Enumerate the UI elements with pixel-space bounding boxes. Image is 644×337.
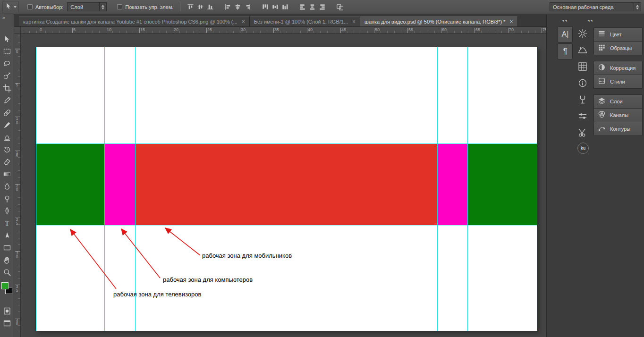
vertical-ruler[interactable]: 051 01 52 02 53 03 54 0 (14, 34, 21, 337)
pen-tool[interactable] (0, 205, 14, 217)
eyedropper-tool[interactable] (0, 94, 14, 107)
zoom-tool[interactable] (0, 266, 14, 278)
eraser-tool[interactable] (0, 156, 14, 168)
quick-mask-button[interactable] (0, 305, 14, 317)
tab-close-icon[interactable]: × (510, 19, 513, 25)
history-brush-tool[interactable] (0, 143, 14, 156)
guide-vertical[interactable] (135, 47, 136, 331)
fork-icon[interactable] (576, 93, 590, 106)
lasso-tool[interactable] (0, 58, 14, 70)
hill-icon[interactable] (576, 43, 590, 56)
document-canvas[interactable] (36, 47, 537, 331)
show-transform-controls-checkbox[interactable] (117, 4, 122, 9)
align-right-edges-icon[interactable] (244, 2, 252, 11)
tab-close-icon[interactable]: × (242, 19, 245, 25)
grid-icon[interactable] (576, 60, 590, 73)
gradient-tool[interactable] (0, 168, 14, 180)
collapse-dock-button[interactable]: ◄◄ (561, 19, 567, 22)
guide-vertical[interactable] (467, 47, 468, 331)
ruler-origin-corner[interactable] (14, 27, 21, 34)
banner-zone-green-left (36, 144, 104, 225)
document-tab[interactable]: картинка Создание шапки для канала Youtu… (19, 16, 250, 26)
document-tab[interactable]: шапка для видео.psd @ 50% (Описание кана… (360, 16, 517, 26)
ruler-number: 55 (408, 27, 413, 32)
ruler-number: 40 (308, 27, 313, 32)
distribute-right-edges-icon[interactable] (318, 2, 326, 11)
rectangle-tool[interactable] (0, 242, 14, 254)
type-tool[interactable]: T (0, 217, 14, 229)
autoselect-target-dropdown[interactable]: Слой (67, 2, 107, 11)
panel-button-swatches[interactable]: Образцы (594, 42, 642, 55)
guide-horizontal[interactable] (36, 226, 537, 226)
canvas-viewport[interactable]: рабочая зона для мобильниковрабочая зона… (21, 34, 546, 337)
autoselect-label: Автовыбор: (35, 4, 63, 10)
workspace-switcher[interactable]: Основная рабочая среда (550, 2, 641, 11)
panel-button-styles[interactable]: Стили (594, 75, 642, 88)
kuler-badge[interactable]: ku (577, 143, 589, 154)
panel-button-channels[interactable]: Каналы (594, 109, 642, 122)
tab-title: картинка Создание шапки для канала Youtu… (23, 19, 237, 25)
dodge-tool[interactable] (0, 193, 14, 205)
guide-vertical[interactable] (537, 47, 537, 331)
clone-stamp-tool[interactable] (0, 131, 14, 143)
distribute-left-edges-icon[interactable] (298, 2, 306, 11)
healing-brush-tool[interactable] (0, 107, 14, 119)
ruler-number: 20 (174, 27, 178, 32)
tab-title: шапка для видео.psd @ 50% (Описание кана… (364, 19, 505, 25)
quick-selection-tool[interactable] (0, 70, 14, 82)
screen-mode-button[interactable] (0, 317, 14, 329)
move-tool[interactable] (0, 33, 14, 45)
path-selection-tool[interactable] (0, 229, 14, 242)
collapse-tools-button[interactable]: » (0, 14, 14, 23)
autoselect-checkbox[interactable] (27, 4, 33, 9)
panel-button-adjustments[interactable]: Коррекция (594, 61, 642, 75)
tab-title: Без имени-1 @ 100% (Слой 1, RGB/1... (254, 19, 348, 25)
crop-tool[interactable] (0, 82, 14, 94)
guide-vertical[interactable] (36, 47, 36, 331)
scissors-icon[interactable] (576, 126, 590, 139)
align-vertical-centers-icon[interactable] (196, 2, 204, 11)
align-tools (186, 2, 344, 11)
auto-align-layers-icon[interactable] (336, 2, 344, 11)
move-tool-icon (5, 2, 12, 12)
align-bottom-edges-icon[interactable] (206, 2, 214, 11)
guide-horizontal[interactable] (36, 143, 537, 143)
tab-close-icon[interactable]: × (352, 19, 356, 25)
ruler-number: 30 (241, 27, 246, 32)
tool-preset-picker[interactable] (2, 1, 19, 13)
document-tab[interactable]: Без имени-1 @ 100% (Слой 1, RGB/1...× (250, 16, 360, 26)
annotation-label: рабочая зона для компьютеров (163, 276, 253, 283)
align-left-edges-icon[interactable] (224, 2, 232, 11)
sliders-icon[interactable] (576, 110, 590, 122)
panel-button-label: Цвет (610, 32, 622, 37)
collapse-dock-button[interactable]: ◄◄ (587, 19, 593, 22)
align-top-edges-icon[interactable] (186, 2, 195, 11)
ruler-number: 60 (442, 27, 447, 32)
dropdown-stepper-icon[interactable] (634, 3, 641, 11)
rectangular-marquee-tool[interactable] (0, 45, 14, 58)
distribute-vertical-centers-icon[interactable] (271, 2, 279, 11)
distribute-top-edges-icon[interactable] (261, 2, 269, 11)
align-horizontal-centers-icon[interactable] (234, 2, 242, 11)
panel-button-layers[interactable]: Слои (594, 95, 642, 109)
guide-vertical[interactable] (437, 47, 438, 331)
paragraph-panel-button[interactable]: ¶ (558, 43, 573, 59)
horizontal-ruler[interactable]: 051015202530354045505560657075 (21, 27, 546, 34)
distribute-horizontal-centers-icon[interactable] (308, 2, 316, 11)
banner-zone-magenta-left (104, 144, 135, 225)
dropdown-stepper-icon[interactable] (99, 3, 106, 11)
brush-tool[interactable] (0, 119, 14, 131)
document-tab-bar: картинка Создание шапки для канала Youtu… (14, 14, 546, 27)
guide-vertical[interactable] (104, 47, 105, 331)
character-panel-button[interactable]: A| (558, 26, 573, 42)
foreground-color-swatch[interactable] (1, 282, 8, 289)
panel-button-paths[interactable]: Контуры (594, 122, 642, 135)
info-icon[interactable] (576, 76, 590, 89)
hand-tool[interactable] (0, 254, 14, 266)
sun-icon[interactable] (576, 27, 590, 40)
blur-tool[interactable] (0, 180, 14, 193)
panel-button-label: Образцы (610, 45, 632, 51)
panel-button-color[interactable]: Цвет (594, 28, 642, 42)
distribute-bottom-edges-icon[interactable] (281, 2, 289, 11)
ruler-number: 1 5 (15, 151, 19, 158)
